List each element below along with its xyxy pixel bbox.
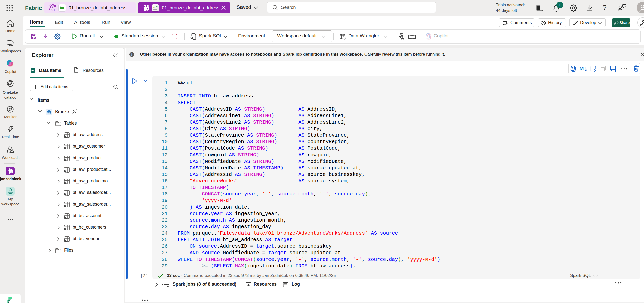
svg-text:1: 1: [53, 8, 55, 11]
svg-text:1: 1: [11, 171, 12, 174]
svg-text:</>: </>: [153, 6, 158, 9]
svg-text:1: 1: [147, 8, 148, 12]
